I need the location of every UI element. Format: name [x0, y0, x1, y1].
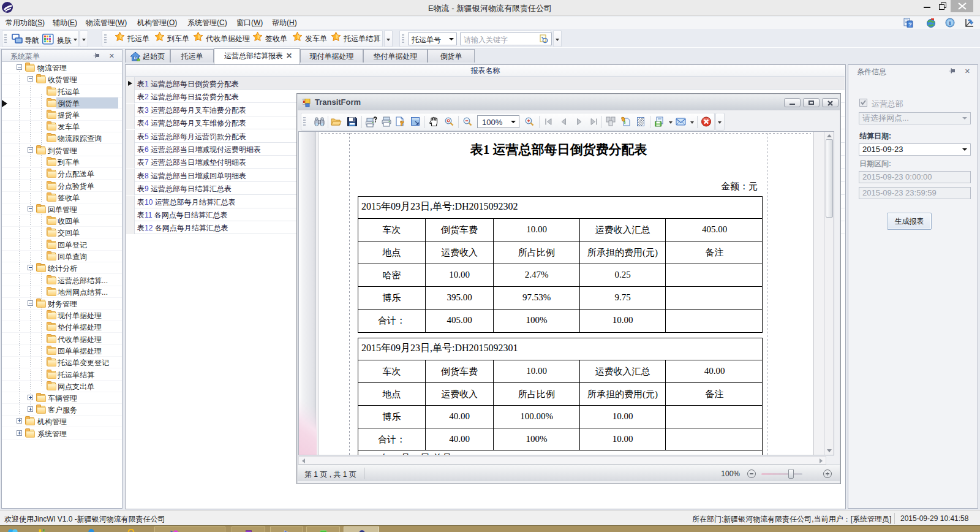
svg-text:i: i: [949, 20, 951, 26]
svg-text:?: ?: [908, 21, 912, 28]
